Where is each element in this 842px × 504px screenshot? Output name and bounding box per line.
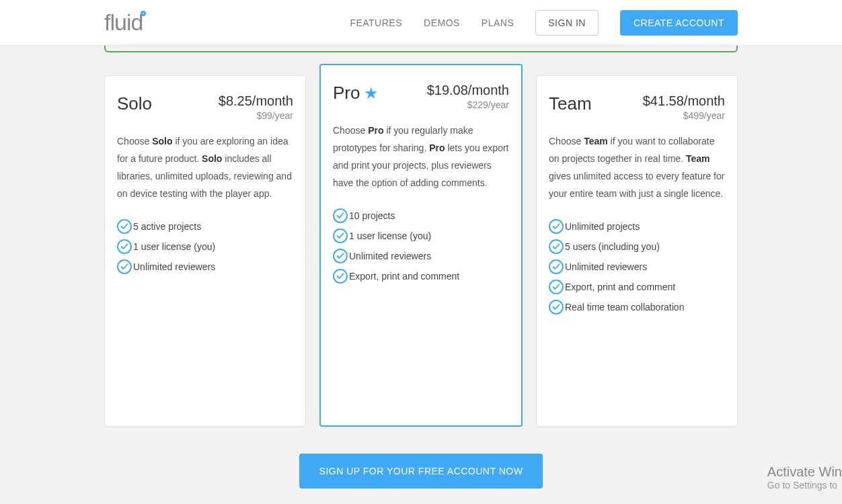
feature-item: 10 projects xyxy=(333,208,509,223)
feature-item: 1 user license (you) xyxy=(117,239,293,254)
plan-card-solo: Solo $8.25/month $99/year Choose Solo if… xyxy=(104,75,306,427)
plan-name: Solo xyxy=(117,93,152,114)
feature-text: 1 user license (you) xyxy=(133,241,215,252)
check-icon xyxy=(117,259,132,274)
feature-text: Unlimited projects xyxy=(565,221,640,232)
cta-wrap: SIGN UP FOR YOUR FREE ACCOUNT NOW xyxy=(0,454,842,489)
logo-text: fluid xyxy=(104,9,143,35)
feature-list: 10 projects1 user license (you)Unlimited… xyxy=(333,208,509,284)
feature-item: Unlimited reviewers xyxy=(333,249,509,263)
watermark-sub: Go to Settings to xyxy=(767,480,842,491)
feature-text: 5 users (including you) xyxy=(565,241,660,252)
plan-card-team: Team $41.58/month $499/year Choose Team … xyxy=(536,75,738,427)
price-block: $8.25/month $99/year xyxy=(219,93,293,121)
check-icon xyxy=(333,208,348,223)
nav: FEATURES DEMOS PLANS SIGN IN CREATE ACCO… xyxy=(350,10,738,36)
price-year: $99/year xyxy=(219,110,293,121)
plan-name: Team xyxy=(549,93,592,114)
feature-item: Export, print and comment xyxy=(549,280,725,294)
feature-item: Unlimited reviewers xyxy=(117,259,293,274)
signin-button[interactable]: SIGN IN xyxy=(535,10,599,36)
logo[interactable]: fluid xyxy=(104,9,143,36)
price-block: $41.58/month $499/year xyxy=(643,93,725,121)
feature-list: Unlimited projects5 users (including you… xyxy=(549,219,725,314)
plan-desc: Choose Pro if you regularly make prototy… xyxy=(333,122,509,192)
check-icon xyxy=(549,219,564,234)
pricing-cards: Solo $8.25/month $99/year Choose Solo if… xyxy=(104,75,738,427)
plan-desc: Choose Solo if you are exploring an idea… xyxy=(117,133,293,203)
feature-text: Unlimited reviewers xyxy=(565,261,647,272)
check-icon xyxy=(549,239,564,254)
create-account-button[interactable]: CREATE ACCOUNT xyxy=(620,10,738,36)
feature-text: Export, print and comment xyxy=(565,282,675,292)
watermark-title: Activate Win xyxy=(767,464,842,480)
nav-features[interactable]: FEATURES xyxy=(350,17,402,28)
price-month: $41.58/month xyxy=(643,93,725,109)
check-icon xyxy=(117,219,132,234)
feature-text: 1 user license (you) xyxy=(349,230,431,241)
card-head: Pro ★ $19.08/month $229/year xyxy=(333,83,509,110)
feature-item: Unlimited reviewers xyxy=(549,259,725,274)
check-icon xyxy=(117,239,132,254)
feature-text: 10 projects xyxy=(349,210,395,221)
signup-cta-button[interactable]: SIGN UP FOR YOUR FREE ACCOUNT NOW xyxy=(299,454,543,489)
plan-name: Pro ★ xyxy=(333,83,379,103)
plan-desc: Choose Team if you want to collaborate o… xyxy=(549,133,725,203)
price-month: $8.25/month xyxy=(219,93,293,109)
feature-text: Unlimited reviewers xyxy=(133,261,215,272)
check-icon xyxy=(333,228,348,243)
feature-item: Real time team collaboration xyxy=(549,300,725,314)
check-icon xyxy=(549,280,564,294)
feature-list: 5 active projects1 user license (you)Unl… xyxy=(117,219,293,274)
feature-item: 5 users (including you) xyxy=(549,239,725,254)
price-block: $19.08/month $229/year xyxy=(427,83,509,110)
nav-plans[interactable]: PLANS xyxy=(482,17,514,28)
feature-item: Unlimited projects xyxy=(549,219,725,234)
feature-text: 5 active projects xyxy=(133,221,201,232)
feature-text: Unlimited reviewers xyxy=(349,251,431,261)
alert-bar xyxy=(104,46,738,52)
price-month: $19.08/month xyxy=(427,83,509,98)
feature-item: 1 user license (you) xyxy=(333,228,509,243)
check-icon xyxy=(333,269,348,284)
check-icon xyxy=(549,259,564,274)
nav-demos[interactable]: DEMOS xyxy=(424,17,460,28)
plan-card-pro: Pro ★ $19.08/month $229/year Choose Pro … xyxy=(319,64,523,427)
star-icon: ★ xyxy=(364,84,379,103)
windows-watermark: Activate Win Go to Settings to xyxy=(767,464,842,491)
header: fluid FEATURES DEMOS PLANS SIGN IN CREAT… xyxy=(0,0,842,46)
feature-item: Export, print and comment xyxy=(333,269,509,284)
logo-dot-icon xyxy=(141,11,146,16)
card-head: Solo $8.25/month $99/year xyxy=(117,93,293,121)
feature-item: 5 active projects xyxy=(117,219,293,234)
card-head: Team $41.58/month $499/year xyxy=(549,93,725,121)
price-year: $499/year xyxy=(643,110,725,121)
check-icon xyxy=(333,249,348,263)
feature-text: Export, print and comment xyxy=(349,271,459,282)
price-year: $229/year xyxy=(427,99,509,110)
check-icon xyxy=(549,300,564,314)
feature-text: Real time team collaboration xyxy=(565,302,684,312)
